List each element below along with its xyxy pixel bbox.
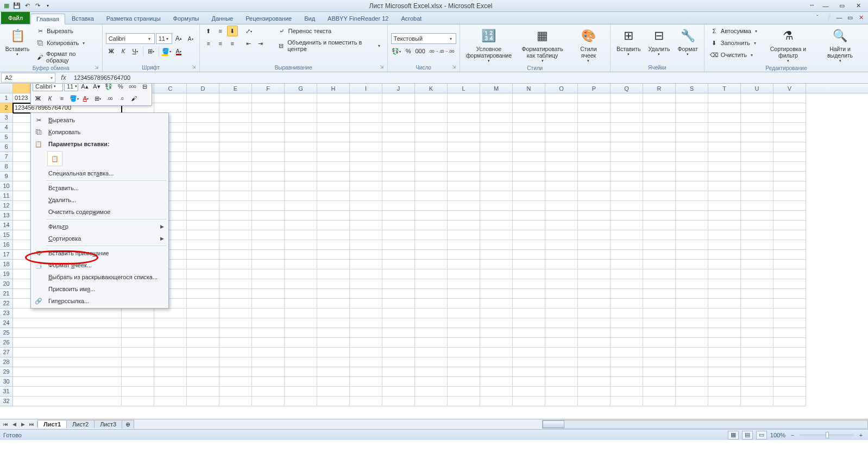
- cell-F15[interactable]: [252, 230, 285, 240]
- cell-R25[interactable]: [643, 328, 676, 338]
- cell-D2[interactable]: [187, 103, 219, 113]
- sort-filter-button[interactable]: ⚗Сортировка и фильтр▾: [763, 26, 813, 65]
- row-header-10[interactable]: 10: [0, 181, 13, 191]
- cell-Q13[interactable]: [611, 211, 643, 221]
- cell-J10[interactable]: [382, 181, 415, 191]
- cell-Q8[interactable]: [611, 162, 643, 172]
- col-header-F[interactable]: F: [252, 84, 285, 93]
- col-header-O[interactable]: O: [545, 84, 578, 93]
- tab-insert[interactable]: Вставка: [66, 13, 100, 24]
- format-as-table-button[interactable]: ▦Форматировать как таблицу▾: [517, 26, 568, 65]
- cell-G3[interactable]: [285, 113, 317, 123]
- cell-B28[interactable]: [122, 357, 154, 367]
- cell-N15[interactable]: [513, 230, 545, 240]
- launcher-icon[interactable]: ⇲: [451, 64, 457, 71]
- cm-insert-comment[interactable]: 🗨Вставить примечание: [31, 247, 168, 259]
- col-header-P[interactable]: P: [578, 84, 611, 93]
- cell-G8[interactable]: [285, 162, 317, 172]
- cell-E18[interactable]: [219, 260, 252, 269]
- clear-button[interactable]: ⌫Очистить▾: [708, 49, 761, 60]
- cell-Q6[interactable]: [611, 142, 643, 152]
- cell-N9[interactable]: [513, 172, 545, 181]
- cell-V4[interactable]: [773, 123, 806, 133]
- tab-formulas[interactable]: Формулы: [167, 13, 205, 24]
- cell-K26[interactable]: [415, 338, 448, 348]
- cm-copy[interactable]: ⿻Копировать: [31, 126, 168, 138]
- mini-accounting-icon[interactable]: 💱: [103, 84, 114, 92]
- cell-R17[interactable]: [643, 250, 676, 260]
- row-header-25[interactable]: 25: [0, 328, 13, 338]
- cell-F13[interactable]: [252, 211, 285, 221]
- cell-V19[interactable]: [773, 269, 806, 279]
- cell-L32[interactable]: [448, 397, 480, 406]
- cell-F29[interactable]: [252, 367, 285, 377]
- cell-U15[interactable]: [741, 230, 773, 240]
- cell-T26[interactable]: [708, 338, 741, 348]
- cell-P1[interactable]: [578, 93, 611, 103]
- cell-O19[interactable]: [545, 269, 578, 279]
- cell-H31[interactable]: [317, 387, 350, 397]
- cell-F26[interactable]: [252, 338, 285, 348]
- cell-D18[interactable]: [187, 260, 219, 269]
- cell-G17[interactable]: [285, 250, 317, 260]
- cell-R21[interactable]: [643, 289, 676, 299]
- font-color-button[interactable]: A▾: [173, 46, 184, 56]
- cell-I25[interactable]: [350, 328, 382, 338]
- cell-M22[interactable]: [480, 299, 513, 309]
- cell-V12[interactable]: [773, 201, 806, 211]
- cell-H6[interactable]: [317, 142, 350, 152]
- cell-U12[interactable]: [741, 201, 773, 211]
- cell-O18[interactable]: [545, 260, 578, 269]
- cell-V13[interactable]: [773, 211, 806, 221]
- cell-T19[interactable]: [708, 269, 741, 279]
- cell-H28[interactable]: [317, 357, 350, 367]
- mini-bold-icon[interactable]: Ж: [33, 93, 43, 104]
- cell-S11[interactable]: [676, 191, 708, 201]
- col-header-N[interactable]: N: [513, 84, 545, 93]
- cell-U13[interactable]: [741, 211, 773, 221]
- cell-I10[interactable]: [350, 181, 382, 191]
- cell-C2[interactable]: [154, 103, 187, 113]
- cell-E7[interactable]: [219, 152, 252, 162]
- cell-E17[interactable]: [219, 250, 252, 260]
- cell-O22[interactable]: [545, 299, 578, 309]
- cell-C31[interactable]: [154, 387, 187, 397]
- cell-O27[interactable]: [545, 348, 578, 357]
- cell-O7[interactable]: [545, 152, 578, 162]
- cell-G18[interactable]: [285, 260, 317, 269]
- redo-icon[interactable]: ↷: [33, 2, 42, 10]
- cell-R32[interactable]: [643, 397, 676, 406]
- cell-I17[interactable]: [350, 250, 382, 260]
- tab-data[interactable]: Данные: [205, 13, 239, 24]
- cell-J28[interactable]: [382, 357, 415, 367]
- cell-P10[interactable]: [578, 181, 611, 191]
- cell-R14[interactable]: [643, 221, 676, 230]
- cell-U31[interactable]: [741, 387, 773, 397]
- cell-U26[interactable]: [741, 338, 773, 348]
- cell-M25[interactable]: [480, 328, 513, 338]
- cell-N18[interactable]: [513, 260, 545, 269]
- font-name-selector[interactable]: Calibri▾: [106, 33, 155, 44]
- format-cells-button[interactable]: 🔧Формат▾: [675, 26, 701, 58]
- cell-M24[interactable]: [480, 318, 513, 328]
- cell-U4[interactable]: [741, 123, 773, 133]
- cell-S26[interactable]: [676, 338, 708, 348]
- cell-P25[interactable]: [578, 328, 611, 338]
- cell-R13[interactable]: [643, 211, 676, 221]
- mini-font-size[interactable]: 11▾: [64, 84, 78, 91]
- row-header-3[interactable]: 3: [0, 113, 13, 123]
- cell-K2[interactable]: [415, 103, 448, 113]
- cell-G13[interactable]: [285, 211, 317, 221]
- cell-K24[interactable]: [415, 318, 448, 328]
- cell-Q20[interactable]: [611, 279, 643, 289]
- row-header-2[interactable]: 2: [0, 103, 13, 113]
- cell-J11[interactable]: [382, 191, 415, 201]
- cell-M28[interactable]: [480, 357, 513, 367]
- cell-Q7[interactable]: [611, 152, 643, 162]
- insert-cells-button[interactable]: ⊞Вставить▾: [614, 26, 644, 58]
- cell-B29[interactable]: [122, 367, 154, 377]
- cell-V27[interactable]: [773, 348, 806, 357]
- cell-O8[interactable]: [545, 162, 578, 172]
- cell-G15[interactable]: [285, 230, 317, 240]
- cell-R15[interactable]: [643, 230, 676, 240]
